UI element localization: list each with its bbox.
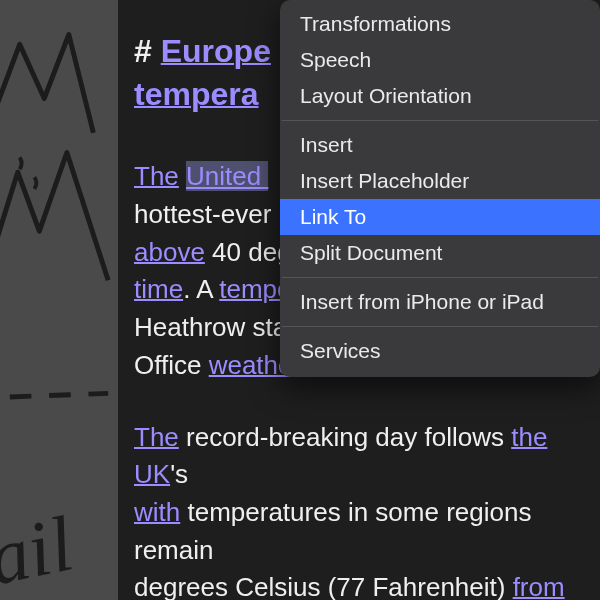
mountain-sketch-icon: ail [0, 0, 118, 600]
heading-link-cont[interactable]: tempera [134, 76, 259, 112]
menu-item-link-to[interactable]: Link To [280, 199, 600, 235]
text: Office [134, 350, 209, 380]
link-with[interactable]: with [134, 497, 180, 527]
link-uk[interactable]: UK [134, 459, 170, 489]
sidebar-illustration: ail [0, 0, 118, 600]
menu-item-services[interactable]: Services [280, 333, 600, 369]
text: . A [183, 274, 219, 304]
link-above[interactable]: above [134, 237, 205, 267]
text: degrees Celsius (77 Fahrenheit) [134, 572, 513, 600]
menu-item-speech[interactable]: Speech [280, 42, 600, 78]
menu-item-layout-orientation[interactable]: Layout Orientation [280, 78, 600, 114]
text: 's [170, 459, 188, 489]
menu-item-insert[interactable]: Insert [280, 127, 600, 163]
heading-link[interactable]: Europe [161, 33, 271, 69]
paragraph-2: The record-breaking day follows the UK's… [134, 419, 600, 601]
menu-item-split-document[interactable]: Split Document [280, 235, 600, 271]
menu-item-transformations[interactable]: Transformations [280, 6, 600, 42]
heading-hash: # [134, 33, 161, 69]
context-menu[interactable]: Transformations Speech Layout Orientatio… [280, 0, 600, 377]
menu-separator [282, 120, 598, 121]
link-the-3[interactable]: the [511, 422, 547, 452]
text: hottest-ever [134, 199, 279, 229]
link-united-selected[interactable]: United [186, 161, 268, 191]
menu-separator [282, 326, 598, 327]
text: record-breaking day follows [179, 422, 511, 452]
text: temperatures in some regions remain [134, 497, 539, 565]
link-from[interactable]: from [513, 572, 565, 600]
link-the[interactable]: The [134, 161, 179, 191]
link-the-2[interactable]: The [134, 422, 179, 452]
app-window: ail # Europe tempera The United hottest-… [0, 0, 600, 600]
link-time[interactable]: time [134, 274, 183, 304]
menu-item-insert-from-iphone[interactable]: Insert from iPhone or iPad [280, 284, 600, 320]
menu-item-insert-placeholder[interactable]: Insert Placeholder [280, 163, 600, 199]
menu-separator [282, 277, 598, 278]
